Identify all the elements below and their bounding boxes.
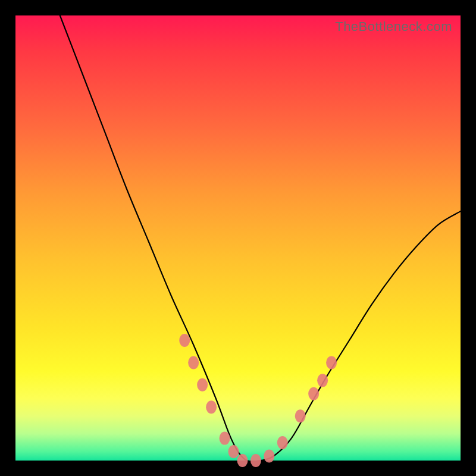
- marker-point: [326, 356, 337, 369]
- marker-point: [237, 454, 248, 467]
- marker-point: [317, 374, 328, 387]
- marker-point: [308, 387, 319, 400]
- marker-point: [228, 445, 239, 458]
- marker-point: [295, 409, 306, 422]
- marker-point: [264, 450, 274, 463]
- marker-point: [188, 356, 199, 369]
- bottleneck-curve: [60, 15, 461, 461]
- marker-point: [250, 454, 261, 467]
- marker-point: [220, 432, 230, 445]
- marker-point: [206, 400, 217, 414]
- chart-frame: TheBottleneck.com: [15, 15, 461, 461]
- marker-point: [179, 334, 190, 347]
- chart-svg: [15, 15, 461, 461]
- marker-point: [197, 378, 208, 392]
- marker-point: [277, 436, 288, 449]
